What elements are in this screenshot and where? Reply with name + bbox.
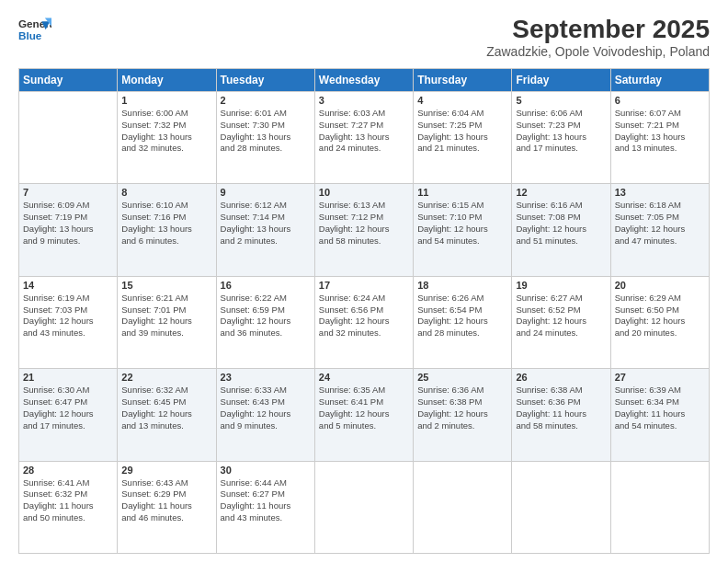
day-number: 1 [121, 95, 211, 106]
calendar-cell: 23Sunrise: 6:33 AM Sunset: 6:43 PM Dayli… [216, 369, 314, 461]
calendar-cell [512, 461, 610, 553]
col-header-sunday: Sunday [19, 69, 118, 92]
day-info: Sunrise: 6:00 AM Sunset: 7:32 PM Dayligh… [121, 108, 211, 155]
calendar-cell [414, 461, 512, 553]
day-number: 6 [615, 95, 705, 106]
day-number: 10 [319, 187, 409, 198]
day-info: Sunrise: 6:26 AM Sunset: 6:54 PM Dayligh… [417, 293, 507, 339]
calendar-cell: 3Sunrise: 6:03 AM Sunset: 7:27 PM Daylig… [314, 92, 413, 184]
day-info: Sunrise: 6:30 AM Sunset: 6:47 PM Dayligh… [23, 385, 113, 431]
day-info: Sunrise: 6:10 AM Sunset: 7:16 PM Dayligh… [121, 200, 211, 247]
calendar-cell: 18Sunrise: 6:26 AM Sunset: 6:54 PM Dayli… [414, 276, 512, 368]
col-header-tuesday: Tuesday [216, 69, 314, 92]
day-info: Sunrise: 6:03 AM Sunset: 7:27 PM Dayligh… [319, 108, 409, 155]
calendar-cell: 2Sunrise: 6:01 AM Sunset: 7:30 PM Daylig… [216, 92, 314, 184]
day-info: Sunrise: 6:24 AM Sunset: 6:56 PM Dayligh… [319, 293, 409, 339]
day-info: Sunrise: 6:35 AM Sunset: 6:41 PM Dayligh… [319, 385, 409, 431]
day-info: Sunrise: 6:44 AM Sunset: 6:27 PM Dayligh… [221, 477, 311, 524]
calendar-cell: 7Sunrise: 6:09 AM Sunset: 7:19 PM Daylig… [19, 184, 118, 276]
logo: General Blue [18, 15, 51, 48]
day-info: Sunrise: 6:13 AM Sunset: 7:12 PM Dayligh… [319, 200, 409, 247]
day-number: 14 [23, 280, 113, 291]
day-info: Sunrise: 6:36 AM Sunset: 6:38 PM Dayligh… [417, 385, 507, 431]
calendar-cell: 30Sunrise: 6:44 AM Sunset: 6:27 PM Dayli… [216, 461, 314, 553]
day-info: Sunrise: 6:01 AM Sunset: 7:30 PM Dayligh… [221, 108, 311, 155]
calendar-cell: 29Sunrise: 6:43 AM Sunset: 6:29 PM Dayli… [118, 461, 216, 553]
day-number: 5 [516, 95, 606, 106]
day-info: Sunrise: 6:18 AM Sunset: 7:05 PM Dayligh… [615, 200, 705, 247]
svg-text:Blue: Blue [18, 29, 42, 41]
day-number: 18 [417, 280, 507, 291]
calendar-cell: 6Sunrise: 6:07 AM Sunset: 7:21 PM Daylig… [610, 92, 709, 184]
calendar-cell: 5Sunrise: 6:06 AM Sunset: 7:23 PM Daylig… [512, 92, 610, 184]
title-block: September 2025 Zawadzkie, Opole Voivodes… [486, 15, 710, 59]
calendar-cell: 25Sunrise: 6:36 AM Sunset: 6:38 PM Dayli… [414, 369, 512, 461]
day-info: Sunrise: 6:32 AM Sunset: 6:45 PM Dayligh… [121, 385, 211, 431]
calendar-cell: 11Sunrise: 6:15 AM Sunset: 7:10 PM Dayli… [414, 184, 512, 276]
day-number: 12 [516, 187, 606, 198]
day-info: Sunrise: 6:41 AM Sunset: 6:32 PM Dayligh… [23, 477, 113, 524]
day-number: 19 [516, 280, 606, 291]
day-info: Sunrise: 6:07 AM Sunset: 7:21 PM Dayligh… [615, 108, 705, 155]
calendar-cell: 4Sunrise: 6:04 AM Sunset: 7:25 PM Daylig… [414, 92, 512, 184]
day-info: Sunrise: 6:43 AM Sunset: 6:29 PM Dayligh… [121, 477, 211, 524]
calendar-cell: 8Sunrise: 6:10 AM Sunset: 7:16 PM Daylig… [118, 184, 216, 276]
calendar-table: SundayMondayTuesdayWednesdayThursdayFrid… [18, 68, 710, 554]
day-number: 26 [516, 372, 606, 383]
day-number: 13 [615, 187, 705, 198]
location-subtitle: Zawadzkie, Opole Voivodeship, Poland [486, 44, 710, 59]
col-header-thursday: Thursday [414, 69, 512, 92]
day-number: 20 [615, 280, 705, 291]
day-number: 7 [23, 187, 113, 198]
day-number: 23 [221, 372, 311, 383]
calendar-cell: 10Sunrise: 6:13 AM Sunset: 7:12 PM Dayli… [314, 184, 413, 276]
day-number: 8 [121, 187, 211, 198]
day-number: 2 [221, 95, 311, 106]
calendar-cell: 12Sunrise: 6:16 AM Sunset: 7:08 PM Dayli… [512, 184, 610, 276]
calendar-cell [610, 461, 709, 553]
day-info: Sunrise: 6:16 AM Sunset: 7:08 PM Dayligh… [516, 200, 606, 247]
day-number: 17 [319, 280, 409, 291]
day-number: 22 [121, 372, 211, 383]
col-header-saturday: Saturday [610, 69, 709, 92]
day-number: 16 [221, 280, 311, 291]
calendar-cell: 9Sunrise: 6:12 AM Sunset: 7:14 PM Daylig… [216, 184, 314, 276]
calendar-cell: 21Sunrise: 6:30 AM Sunset: 6:47 PM Dayli… [19, 369, 118, 461]
calendar-cell: 13Sunrise: 6:18 AM Sunset: 7:05 PM Dayli… [610, 184, 709, 276]
calendar-cell: 24Sunrise: 6:35 AM Sunset: 6:41 PM Dayli… [314, 369, 413, 461]
day-number: 29 [121, 465, 211, 476]
logo-icon: General Blue [18, 15, 51, 48]
col-header-monday: Monday [118, 69, 216, 92]
calendar-cell: 20Sunrise: 6:29 AM Sunset: 6:50 PM Dayli… [610, 276, 709, 368]
day-info: Sunrise: 6:22 AM Sunset: 6:59 PM Dayligh… [221, 293, 311, 339]
day-number: 3 [319, 95, 409, 106]
calendar-cell: 14Sunrise: 6:19 AM Sunset: 7:03 PM Dayli… [19, 276, 118, 368]
calendar-cell: 26Sunrise: 6:38 AM Sunset: 6:36 PM Dayli… [512, 369, 610, 461]
day-info: Sunrise: 6:39 AM Sunset: 6:34 PM Dayligh… [615, 385, 705, 431]
day-info: Sunrise: 6:27 AM Sunset: 6:52 PM Dayligh… [516, 293, 606, 339]
calendar-cell: 27Sunrise: 6:39 AM Sunset: 6:34 PM Dayli… [610, 369, 709, 461]
calendar-cell: 19Sunrise: 6:27 AM Sunset: 6:52 PM Dayli… [512, 276, 610, 368]
calendar-cell: 16Sunrise: 6:22 AM Sunset: 6:59 PM Dayli… [216, 276, 314, 368]
day-info: Sunrise: 6:29 AM Sunset: 6:50 PM Dayligh… [615, 293, 705, 339]
col-header-wednesday: Wednesday [314, 69, 413, 92]
day-info: Sunrise: 6:19 AM Sunset: 7:03 PM Dayligh… [23, 293, 113, 339]
day-number: 25 [417, 372, 507, 383]
day-number: 30 [221, 465, 311, 476]
day-number: 27 [615, 372, 705, 383]
calendar-cell: 17Sunrise: 6:24 AM Sunset: 6:56 PM Dayli… [314, 276, 413, 368]
day-number: 15 [121, 280, 211, 291]
day-info: Sunrise: 6:09 AM Sunset: 7:19 PM Dayligh… [23, 200, 113, 247]
calendar-cell [314, 461, 413, 553]
calendar-cell [19, 92, 118, 184]
col-header-friday: Friday [512, 69, 610, 92]
calendar-cell: 22Sunrise: 6:32 AM Sunset: 6:45 PM Dayli… [118, 369, 216, 461]
day-number: 9 [221, 187, 311, 198]
day-number: 28 [23, 465, 113, 476]
calendar-cell: 1Sunrise: 6:00 AM Sunset: 7:32 PM Daylig… [118, 92, 216, 184]
day-number: 21 [23, 372, 113, 383]
day-info: Sunrise: 6:12 AM Sunset: 7:14 PM Dayligh… [221, 200, 311, 247]
day-number: 11 [417, 187, 507, 198]
calendar-cell: 28Sunrise: 6:41 AM Sunset: 6:32 PM Dayli… [19, 461, 118, 553]
day-info: Sunrise: 6:04 AM Sunset: 7:25 PM Dayligh… [417, 108, 507, 155]
